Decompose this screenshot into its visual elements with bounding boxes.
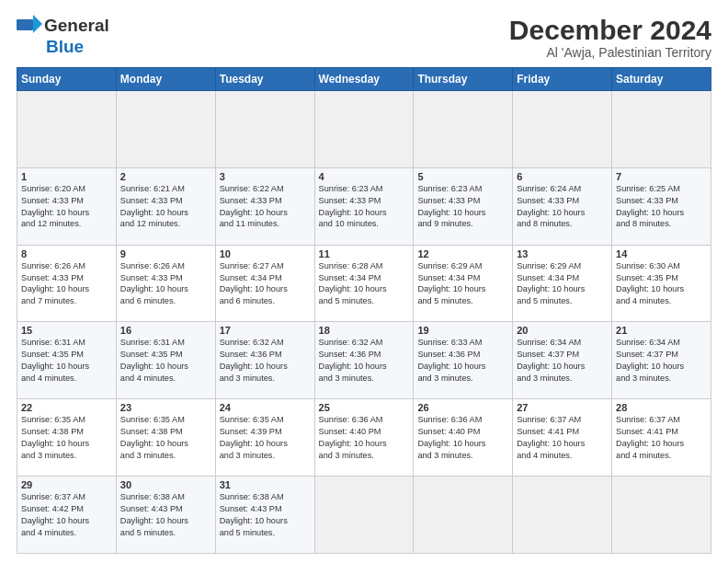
day-number: 29 [21, 479, 112, 490]
day-info: Sunrise: 6:32 AMSunset: 4:36 PMDaylight:… [220, 337, 311, 385]
day-number: 30 [120, 479, 211, 490]
day-number: 4 [319, 171, 410, 182]
day-number: 13 [517, 248, 608, 259]
day-info: Sunrise: 6:23 AMSunset: 4:33 PMDaylight:… [319, 183, 410, 231]
day-number: 19 [417, 325, 508, 336]
table-cell: 12Sunrise: 6:29 AMSunset: 4:34 PMDayligh… [414, 245, 513, 322]
table-cell: 20Sunrise: 6:34 AMSunset: 4:37 PMDayligh… [513, 322, 612, 399]
table-cell: 22Sunrise: 6:35 AMSunset: 4:38 PMDayligh… [17, 399, 117, 477]
page-subtitle: Al 'Awja, Palestinian Territory [509, 45, 711, 60]
table-cell: 14Sunrise: 6:30 AMSunset: 4:35 PMDayligh… [612, 245, 711, 322]
day-info: Sunrise: 6:34 AMSunset: 4:37 PMDaylight:… [517, 337, 608, 385]
table-cell: 26Sunrise: 6:36 AMSunset: 4:40 PMDayligh… [414, 399, 513, 477]
table-cell [612, 477, 711, 554]
day-info: Sunrise: 6:28 AMSunset: 4:34 PMDaylight:… [319, 260, 410, 308]
day-info: Sunrise: 6:27 AMSunset: 4:34 PMDaylight:… [220, 260, 311, 308]
table-cell: 13Sunrise: 6:29 AMSunset: 4:34 PMDayligh… [513, 245, 612, 322]
day-info: Sunrise: 6:37 AMSunset: 4:42 PMDaylight:… [21, 491, 112, 539]
day-info: Sunrise: 6:38 AMSunset: 4:43 PMDaylight:… [120, 491, 211, 539]
page: General Blue December 2024 Al 'Awja, Pal… [0, 0, 728, 563]
table-cell: 15Sunrise: 6:31 AMSunset: 4:35 PMDayligh… [17, 322, 117, 399]
table-cell [414, 477, 513, 554]
table-cell: 30Sunrise: 6:38 AMSunset: 4:43 PMDayligh… [116, 477, 215, 554]
col-sunday: Sunday [17, 68, 117, 91]
day-info: Sunrise: 6:30 AMSunset: 4:35 PMDaylight:… [616, 260, 707, 308]
day-number: 23 [120, 402, 211, 413]
day-info: Sunrise: 6:36 AMSunset: 4:40 PMDaylight:… [417, 414, 508, 462]
table-cell: 4Sunrise: 6:23 AMSunset: 4:33 PMDaylight… [314, 167, 414, 245]
col-friday: Friday [513, 68, 612, 91]
day-number: 25 [319, 402, 410, 413]
day-info: Sunrise: 6:34 AMSunset: 4:37 PMDaylight:… [616, 337, 707, 385]
table-cell: 11Sunrise: 6:28 AMSunset: 4:34 PMDayligh… [314, 245, 414, 322]
day-number: 3 [220, 171, 311, 182]
table-cell [116, 91, 215, 168]
svg-marker-1 [33, 15, 42, 33]
logo-icon [17, 15, 42, 37]
table-cell: 9Sunrise: 6:26 AMSunset: 4:33 PMDaylight… [116, 245, 215, 322]
table-cell: 2Sunrise: 6:21 AMSunset: 4:33 PMDaylight… [116, 167, 215, 245]
table-cell: 25Sunrise: 6:36 AMSunset: 4:40 PMDayligh… [314, 399, 414, 477]
day-info: Sunrise: 6:23 AMSunset: 4:33 PMDaylight:… [417, 183, 508, 231]
day-number: 24 [220, 402, 311, 413]
day-info: Sunrise: 6:25 AMSunset: 4:33 PMDaylight:… [616, 183, 707, 231]
day-number: 17 [220, 325, 311, 336]
table-cell: 16Sunrise: 6:31 AMSunset: 4:35 PMDayligh… [116, 322, 215, 399]
table-cell [612, 91, 711, 168]
day-number: 15 [21, 325, 112, 336]
day-number: 1 [21, 171, 112, 182]
title-block: December 2024 Al 'Awja, Palestinian Terr… [509, 15, 711, 60]
day-number: 16 [120, 325, 211, 336]
day-info: Sunrise: 6:35 AMSunset: 4:38 PMDaylight:… [21, 414, 112, 462]
table-cell [314, 477, 414, 554]
day-number: 8 [21, 248, 112, 259]
table-cell: 8Sunrise: 6:26 AMSunset: 4:33 PMDaylight… [17, 245, 117, 322]
day-number: 2 [120, 171, 211, 182]
table-cell: 21Sunrise: 6:34 AMSunset: 4:37 PMDayligh… [612, 322, 711, 399]
table-cell: 7Sunrise: 6:25 AMSunset: 4:33 PMDaylight… [612, 167, 711, 245]
table-cell [215, 91, 314, 168]
table-cell: 27Sunrise: 6:37 AMSunset: 4:41 PMDayligh… [513, 399, 612, 477]
day-number: 11 [319, 248, 410, 259]
col-tuesday: Tuesday [215, 68, 314, 91]
table-cell: 29Sunrise: 6:37 AMSunset: 4:42 PMDayligh… [17, 477, 117, 554]
header: General Blue December 2024 Al 'Awja, Pal… [17, 15, 711, 60]
day-info: Sunrise: 6:37 AMSunset: 4:41 PMDaylight:… [616, 414, 707, 462]
day-number: 5 [417, 171, 508, 182]
day-info: Sunrise: 6:32 AMSunset: 4:36 PMDaylight:… [319, 337, 410, 385]
table-cell: 10Sunrise: 6:27 AMSunset: 4:34 PMDayligh… [215, 245, 314, 322]
day-number: 27 [517, 402, 608, 413]
day-number: 14 [616, 248, 707, 259]
table-cell [513, 477, 612, 554]
day-info: Sunrise: 6:26 AMSunset: 4:33 PMDaylight:… [120, 260, 211, 308]
table-cell: 6Sunrise: 6:24 AMSunset: 4:33 PMDaylight… [513, 167, 612, 245]
table-cell: 1Sunrise: 6:20 AMSunset: 4:33 PMDaylight… [17, 167, 117, 245]
day-info: Sunrise: 6:21 AMSunset: 4:33 PMDaylight:… [120, 183, 211, 231]
col-wednesday: Wednesday [314, 68, 414, 91]
table-cell [314, 91, 414, 168]
day-number: 7 [616, 171, 707, 182]
day-number: 6 [517, 171, 608, 182]
table-cell: 31Sunrise: 6:38 AMSunset: 4:43 PMDayligh… [215, 477, 314, 554]
svg-rect-0 [17, 19, 33, 30]
table-cell [17, 91, 117, 168]
table-cell: 23Sunrise: 6:35 AMSunset: 4:38 PMDayligh… [116, 399, 215, 477]
day-number: 10 [220, 248, 311, 259]
day-info: Sunrise: 6:35 AMSunset: 4:38 PMDaylight:… [120, 414, 211, 462]
logo-general: General [44, 16, 109, 36]
day-number: 12 [417, 248, 508, 259]
day-number: 26 [417, 402, 508, 413]
table-cell: 18Sunrise: 6:32 AMSunset: 4:36 PMDayligh… [314, 322, 414, 399]
day-number: 20 [517, 325, 608, 336]
day-info: Sunrise: 6:33 AMSunset: 4:36 PMDaylight:… [417, 337, 508, 385]
table-cell: 28Sunrise: 6:37 AMSunset: 4:41 PMDayligh… [612, 399, 711, 477]
day-info: Sunrise: 6:37 AMSunset: 4:41 PMDaylight:… [517, 414, 608, 462]
table-cell [513, 91, 612, 168]
day-info: Sunrise: 6:29 AMSunset: 4:34 PMDaylight:… [517, 260, 608, 308]
day-number: 31 [220, 479, 311, 490]
calendar-table: Sunday Monday Tuesday Wednesday Thursday… [17, 67, 711, 554]
table-cell: 17Sunrise: 6:32 AMSunset: 4:36 PMDayligh… [215, 322, 314, 399]
table-cell: 3Sunrise: 6:22 AMSunset: 4:33 PMDaylight… [215, 167, 314, 245]
day-info: Sunrise: 6:24 AMSunset: 4:33 PMDaylight:… [517, 183, 608, 231]
col-thursday: Thursday [414, 68, 513, 91]
